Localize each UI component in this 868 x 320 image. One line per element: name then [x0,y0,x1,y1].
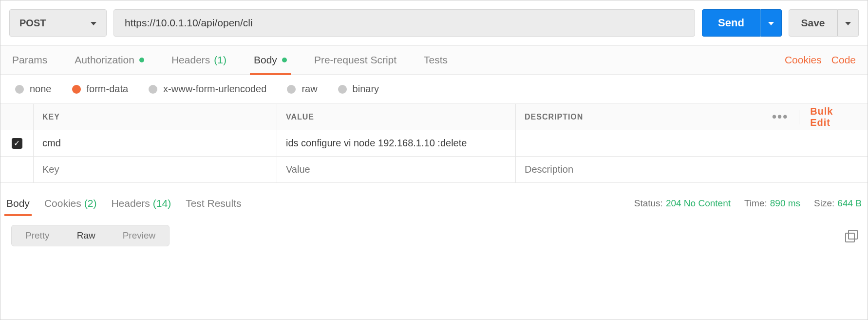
more-options-icon[interactable]: ••• [772,109,788,124]
send-button-label[interactable]: Send [702,9,760,37]
view-raw[interactable]: Raw [63,225,109,246]
resp-tab-body[interactable]: Body [6,198,30,216]
table-header: KEY VALUE DESCRIPTION ••• Bulk Edit [0,104,868,130]
save-dropdown[interactable] [837,9,859,37]
description-input[interactable] [525,164,859,175]
form-data-table: KEY VALUE DESCRIPTION ••• Bulk Edit ✓ [0,104,868,183]
method-value: POST [19,18,46,29]
body-type-raw[interactable]: raw [287,83,317,95]
tab-body[interactable]: Body [254,45,287,75]
body-type-none[interactable]: none [15,83,52,95]
cookies-link[interactable]: Cookies [785,54,822,66]
copy-icon[interactable] [845,230,857,241]
description-input[interactable] [525,138,859,149]
resp-tab-test-results[interactable]: Test Results [186,198,241,216]
view-preview[interactable]: Preview [109,225,170,246]
tab-headers[interactable]: Headers(1) [171,45,226,75]
size-value: 644 B [837,198,862,208]
value-input[interactable] [286,138,507,149]
col-key: KEY [34,104,277,130]
body-type-urlencoded[interactable]: x-www-form-urlencoded [149,83,266,95]
save-button[interactable]: Save [789,9,859,37]
status-dot-icon [282,58,287,62]
body-type-selector: none form-data x-www-form-urlencoded raw… [0,75,868,104]
table-row-empty [0,157,868,183]
divider [799,110,799,124]
table-row: ✓ [0,130,868,157]
status-value: 204 No Content [666,198,731,208]
col-desc: DESCRIPTION ••• Bulk Edit [516,104,868,130]
response-meta: Status:204 No Content Time:890 ms Size:6… [634,198,862,216]
col-value: VALUE [277,104,516,130]
method-select[interactable]: POST [9,9,107,37]
status-dot-icon [139,58,144,62]
tab-authorization[interactable]: Authorization [75,45,144,75]
body-type-binary[interactable]: binary [338,83,379,95]
chevron-down-icon [91,22,96,25]
tab-pre-request-script[interactable]: Pre-request Script [314,45,396,75]
resp-tab-cookies[interactable]: Cookies(2) [44,198,97,216]
send-dropdown[interactable] [760,9,782,37]
tab-tests[interactable]: Tests [424,45,448,75]
view-pretty[interactable]: Pretty [12,225,63,246]
resp-tab-headers[interactable]: Headers(14) [111,198,171,216]
key-input[interactable] [42,138,268,149]
url-input[interactable] [113,9,695,37]
request-tabs: Params Authorization Headers(1) Body Pre… [0,45,868,75]
time-value: 890 ms [770,198,800,208]
chevron-down-icon [768,22,774,25]
response-view-switch: Pretty Raw Preview [0,216,868,246]
bulk-edit-link[interactable]: Bulk Edit [810,106,848,128]
code-link[interactable]: Code [831,54,856,66]
postman-request-panel: POST Send Save Params Authorization Head… [0,0,868,320]
request-bar: POST Send Save [0,0,868,45]
key-input[interactable] [42,164,268,175]
value-input[interactable] [286,164,507,175]
body-type-form-data[interactable]: form-data [72,83,129,95]
response-tabs: Body Cookies(2) Headers(14) Test Results… [0,188,868,216]
save-button-label[interactable]: Save [789,9,837,37]
tab-params[interactable]: Params [12,45,47,75]
chevron-down-icon [845,22,851,25]
row-enable-checkbox[interactable]: ✓ [12,138,22,149]
send-button[interactable]: Send [702,9,782,37]
